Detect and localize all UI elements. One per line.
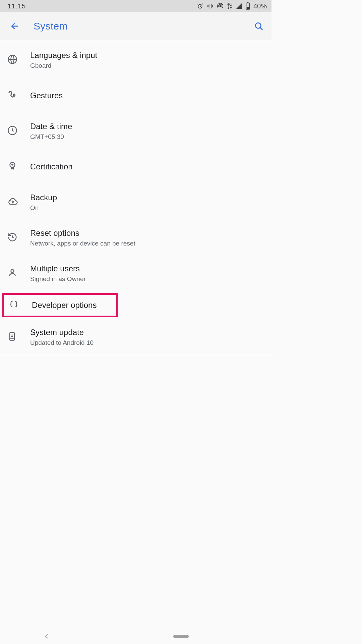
gesture-icon xyxy=(7,90,17,101)
clock-icon xyxy=(7,125,17,137)
row-subtitle: GMT+05:30 xyxy=(30,133,265,141)
person-icon xyxy=(7,268,17,279)
settings-row-date-time[interactable]: Date & time GMT+05:30 xyxy=(0,113,272,149)
row-title: Gestures xyxy=(30,91,265,100)
row-subtitle: Signed in as Owner xyxy=(30,275,265,283)
page-title: System xyxy=(34,20,68,32)
app-bar: System xyxy=(0,12,272,40)
battery-icon xyxy=(246,2,250,10)
settings-row-gestures[interactable]: Gestures xyxy=(0,78,272,113)
mobile-data-icon: 4G xyxy=(227,2,232,10)
network-type-label: 4G xyxy=(227,2,232,6)
certification-icon xyxy=(7,161,17,172)
settings-row-developer-options[interactable]: Developer options xyxy=(4,295,116,316)
row-title: Certification xyxy=(30,162,265,171)
svg-point-10 xyxy=(11,270,14,273)
battery-percent: 40% xyxy=(253,2,267,10)
settings-row-languages-input[interactable]: Languages & input Gboard xyxy=(0,42,272,78)
settings-row-multiple-users[interactable]: Multiple users Signed in as Owner xyxy=(0,256,272,291)
highlight-box-developer-options: Developer options xyxy=(2,293,118,317)
svg-rect-5 xyxy=(247,7,249,9)
search-button[interactable] xyxy=(252,19,265,33)
globe-icon xyxy=(7,54,17,66)
back-button[interactable] xyxy=(8,19,21,33)
alarm-icon xyxy=(197,3,203,9)
row-subtitle: Network, apps or device can be reset xyxy=(30,240,265,247)
row-subtitle: On xyxy=(30,204,265,212)
settings-row-backup[interactable]: Backup On xyxy=(0,184,272,220)
row-title: Multiple users xyxy=(30,264,265,273)
settings-row-system-update[interactable]: System update Updated to Android 10 xyxy=(0,319,272,355)
row-title: Backup xyxy=(30,193,265,202)
row-subtitle: Updated to Android 10 xyxy=(30,339,265,346)
vibrate-icon xyxy=(207,3,214,9)
cloud-upload-icon xyxy=(7,196,18,208)
row-title: Date & time xyxy=(30,122,265,131)
history-icon xyxy=(7,232,17,244)
row-title: Languages & input xyxy=(30,51,265,60)
row-title: System update xyxy=(30,328,265,337)
signal-icon xyxy=(236,3,242,9)
svg-rect-1 xyxy=(209,4,212,8)
status-time: 11:15 xyxy=(7,2,26,10)
system-update-icon xyxy=(7,332,17,342)
row-subtitle: Gboard xyxy=(30,62,265,69)
svg-rect-4 xyxy=(247,2,248,3)
status-bar: 11:15 4G 40% xyxy=(0,0,272,12)
row-title: Developer options xyxy=(32,301,110,310)
row-title: Reset options xyxy=(30,228,265,238)
braces-icon xyxy=(9,300,18,311)
settings-list: Languages & input Gboard Gestures Date &… xyxy=(0,40,272,355)
svg-point-2 xyxy=(220,5,221,6)
hotspot-icon xyxy=(217,3,224,9)
settings-row-certification[interactable]: Certification xyxy=(0,149,272,184)
settings-row-reset-options[interactable]: Reset options Network, apps or device ca… xyxy=(0,220,272,256)
